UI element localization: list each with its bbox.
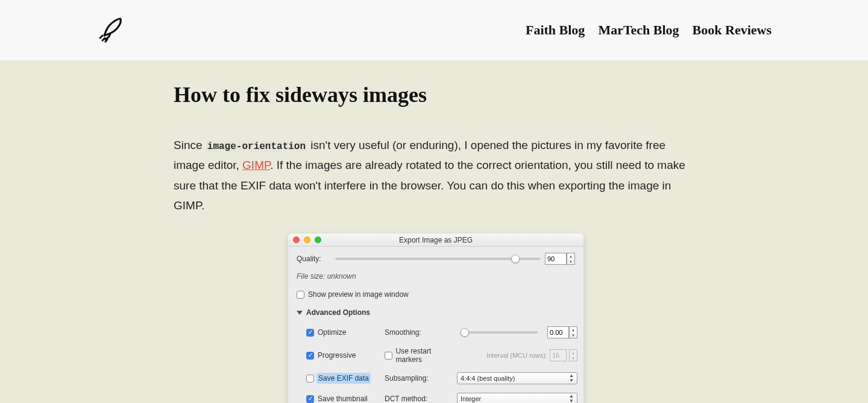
quality-row: Quality: ▲▼ <box>297 253 575 265</box>
quality-slider[interactable] <box>335 258 540 260</box>
preview-label: Show preview in image window <box>308 290 409 299</box>
select-arrow-icon: ▲▼ <box>569 373 574 383</box>
nav-faith-blog[interactable]: Faith Blog <box>526 22 585 38</box>
restart-label: Use restart markers <box>396 347 457 364</box>
subsampling-value: 4:4:4 (best quality) <box>461 375 515 382</box>
dct-select[interactable]: Integer▲▼ <box>457 393 577 403</box>
thumb-checkbox[interactable] <box>306 395 314 403</box>
subsampling-select[interactable]: 4:4:4 (best quality)▲▼ <box>457 372 577 384</box>
dialog-body: Quality: ▲▼ File size: unknown Show prev… <box>288 247 583 403</box>
zoom-icon[interactable] <box>315 236 321 243</box>
slider-thumb-icon[interactable] <box>461 328 469 337</box>
smoothing-stepper[interactable]: ▲▼ <box>569 326 577 338</box>
interval-input <box>550 349 567 361</box>
dct-label: DCT method: <box>385 395 457 403</box>
quality-stepper[interactable]: ▲▼ <box>567 253 575 265</box>
rocket-icon <box>96 14 129 46</box>
minimize-icon[interactable] <box>304 236 310 243</box>
subsampling-label: Subsampling: <box>385 374 457 382</box>
advanced-body: Optimize Smoothing: ▲▼ Progressive Use r… <box>297 326 575 403</box>
nav-book-reviews[interactable]: Book Reviews <box>693 22 772 38</box>
quality-label: Quality: <box>297 255 330 263</box>
thumb-label: Save thumbnail <box>318 395 368 403</box>
header-bar: Faith Blog MarTech Blog Book Reviews <box>0 0 868 60</box>
interval-stepper: ▲▼ <box>569 349 577 361</box>
advanced-toggle[interactable]: Advanced Options <box>297 308 575 317</box>
traffic-lights <box>293 236 321 243</box>
smoothing-input[interactable] <box>547 326 569 338</box>
article-paragraph: Since image-orientation isn't very usefu… <box>174 135 698 215</box>
inline-code: image-orientation <box>206 141 307 153</box>
article-content: How to fix sideways images Since image-o… <box>174 60 698 403</box>
interval-label: Interval (MCU rows): <box>486 352 547 359</box>
main-nav: Faith Blog MarTech Blog Book Reviews <box>526 22 772 38</box>
dct-value: Integer <box>461 395 481 402</box>
quality-input[interactable] <box>545 253 567 265</box>
nav-martech-blog[interactable]: MarTech Blog <box>598 22 679 38</box>
preview-checkbox[interactable] <box>297 291 304 299</box>
optimize-label: Optimize <box>318 328 346 337</box>
restart-checkbox[interactable] <box>385 352 392 360</box>
chevron-down-icon <box>297 311 303 315</box>
article-heading: How to fix sideways images <box>174 82 698 107</box>
slider-thumb-icon[interactable] <box>511 255 520 263</box>
preview-row: Show preview in image window <box>297 290 575 299</box>
progressive-checkbox[interactable] <box>306 352 314 360</box>
select-arrow-icon: ▲▼ <box>569 394 574 403</box>
optimize-checkbox[interactable] <box>306 329 314 337</box>
smoothing-label: Smoothing: <box>385 328 457 337</box>
site-logo[interactable] <box>96 14 129 46</box>
filesize-label: File size: unknown <box>297 272 575 281</box>
dialog-titlebar: Export Image as JPEG <box>288 233 583 247</box>
text-fragment: Since <box>174 139 206 151</box>
exif-checkbox[interactable] <box>306 375 314 382</box>
dialog-title: Export Image as JPEG <box>399 236 473 244</box>
gimp-link[interactable]: GIMP <box>242 159 270 171</box>
advanced-label: Advanced Options <box>306 308 370 317</box>
gimp-dialog-figure: Export Image as JPEG Quality: ▲▼ File si… <box>288 233 583 403</box>
close-icon[interactable] <box>293 236 300 243</box>
smoothing-slider[interactable] <box>462 331 538 334</box>
exif-label: Save EXIF data <box>318 374 370 382</box>
progressive-label: Progressive <box>318 351 356 360</box>
